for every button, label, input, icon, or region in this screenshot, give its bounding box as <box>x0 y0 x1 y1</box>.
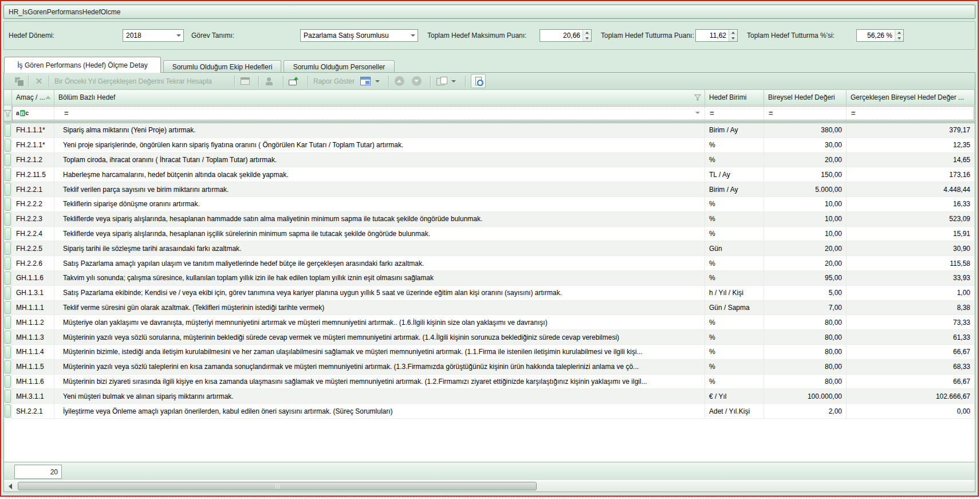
cell-bolum-bazli-hedef[interactable]: İyileştirme veya Önleme amaçlı yapılan ö… <box>54 404 705 419</box>
grid-row[interactable]: FH.2.2.2Tekliflerin siparişe dönüşme ora… <box>4 197 975 212</box>
cell-hedef-birimi[interactable]: % <box>705 345 764 360</box>
scrollbar-thumb[interactable] <box>18 482 537 490</box>
row-indicator[interactable] <box>4 241 12 256</box>
row-indicator[interactable] <box>4 345 12 360</box>
filter-cell-bolum-bazli-hedef[interactable]: = <box>54 105 705 121</box>
cell-amac-code[interactable]: FH.2.1.1* <box>12 138 54 153</box>
grid-row[interactable]: FH.2.1.1*Yeni proje siparişlerinde, öngö… <box>4 138 975 153</box>
cell-amac-code[interactable]: MH.1.1.5 <box>12 360 54 375</box>
person-schedule-icon[interactable] <box>263 75 275 88</box>
cell-bolum-bazli-hedef[interactable]: Müşterinin bizi ziyareti sırasında ilgil… <box>54 375 705 390</box>
tab-sorumlu-oldugum-personeller[interactable]: Sorumlu Olduğum Personeller <box>284 60 395 73</box>
grid-row[interactable]: FH.2.11.5Haberleşme harcamalarını, hedef… <box>4 167 975 182</box>
cell-gerceklesen-deger[interactable]: 523,09 <box>847 212 975 227</box>
copy-icon[interactable] <box>13 75 25 88</box>
cell-gerceklesen-deger[interactable]: 66,67 <box>847 375 975 390</box>
cell-bireysel-hedef-degeri[interactable]: 20,00 <box>764 241 847 256</box>
cell-hedef-birimi[interactable]: Birim / Ay <box>705 182 764 197</box>
cell-bireysel-hedef-degeri[interactable]: 80,00 <box>764 315 847 330</box>
grid-row[interactable]: FH.2.2.5Sipariş tarihi ile sözleşme tari… <box>4 241 975 256</box>
row-indicator[interactable] <box>4 182 12 197</box>
delete-icon[interactable]: ✕ <box>33 75 45 88</box>
grid-row[interactable]: FH.2.2.3Tekliflerde veya sipariş alışlar… <box>4 212 975 227</box>
cell-hedef-birimi[interactable]: % <box>705 330 764 345</box>
chevron-down-icon[interactable] <box>374 75 381 88</box>
row-indicator[interactable] <box>4 123 12 138</box>
cell-bolum-bazli-hedef[interactable]: Tekliflerde veya sipariş alışlarında, he… <box>54 227 705 242</box>
row-indicator[interactable] <box>4 256 12 271</box>
grid-row[interactable]: FH.2.1.2Toplam ciroda, ihracat oranını (… <box>4 153 975 168</box>
cell-gerceklesen-deger[interactable]: 66,67 <box>847 345 975 360</box>
cell-gerceklesen-deger[interactable]: 379,17 <box>847 123 975 138</box>
cell-bireysel-hedef-degeri[interactable]: 10,00 <box>764 197 847 212</box>
cell-amac-code[interactable]: FH.2.11.5 <box>12 167 54 182</box>
cell-bolum-bazli-hedef[interactable]: Sipariş tarihi ile sözleşme tarihi arasa… <box>54 241 705 256</box>
cell-amac-code[interactable]: FH.2.2.4 <box>12 227 54 242</box>
cell-hedef-birimi[interactable]: % <box>705 153 764 168</box>
horizontal-scrollbar[interactable] <box>4 481 975 492</box>
cell-bolum-bazli-hedef[interactable]: Tekliflerin siparişe dönüşme oranını art… <box>54 197 705 212</box>
column-header-gerceklesen-bireysel-hedef-deger[interactable]: Gerçekleşen Bireysel Hedef Değer ... <box>847 90 975 105</box>
cell-bireysel-hedef-degeri[interactable]: 30,00 <box>764 138 847 153</box>
cell-amac-code[interactable]: FH.2.2.2 <box>12 197 54 212</box>
chevron-down-icon[interactable] <box>695 112 700 114</box>
cell-bolum-bazli-hedef[interactable]: Satış Pazarlama amaçlı yapılan ulaşım ve… <box>54 256 705 271</box>
cell-bireysel-hedef-degeri[interactable]: 380,00 <box>764 123 847 138</box>
move-up-icon[interactable] <box>393 75 406 88</box>
row-indicator[interactable] <box>4 153 12 168</box>
column-header-amac[interactable]: Amaç / ... <box>12 90 54 105</box>
cell-amac-code[interactable]: MH.1.1.3 <box>12 330 54 345</box>
cell-bolum-bazli-hedef[interactable]: Takvim yılı sonunda; çalışma süresince, … <box>54 271 705 286</box>
export-folder-icon[interactable] <box>287 75 301 88</box>
filter-cell-hedef-birimi[interactable]: = <box>705 105 764 121</box>
cell-gerceklesen-deger[interactable]: 30,90 <box>847 241 975 256</box>
layout-windows-icon[interactable] <box>435 75 448 88</box>
print-preview-search-icon[interactable] <box>471 74 486 88</box>
cell-amac-code[interactable]: MH.1.1.2 <box>12 315 54 330</box>
row-indicator[interactable] <box>4 375 12 390</box>
cell-bolum-bazli-hedef[interactable]: Müşterinin yazılı veya sözlü sorularına,… <box>54 330 705 345</box>
cell-gerceklesen-deger[interactable]: 12,35 <box>847 138 975 153</box>
cell-hedef-birimi[interactable]: % <box>705 227 764 242</box>
cell-bolum-bazli-hedef[interactable]: Teklif verme süresini gün olarak azaltma… <box>54 301 705 316</box>
cell-bireysel-hedef-degeri[interactable]: 20,00 <box>764 256 847 271</box>
cell-hedef-birimi[interactable]: % <box>705 197 764 212</box>
cell-hedef-birimi[interactable]: % <box>705 271 764 286</box>
cell-hedef-birimi[interactable]: % <box>705 138 764 153</box>
grid-row[interactable]: MH.1.1.4 Müşterinin bizimle, istediği an… <box>4 345 975 360</box>
column-header-bireysel-hedef-degeri[interactable]: Bireysel Hedef Değeri <box>764 90 847 105</box>
row-indicator[interactable] <box>4 315 12 330</box>
scroll-left-arrow[interactable] <box>5 482 15 491</box>
cell-amac-code[interactable]: MH.1.1.1 <box>12 301 54 316</box>
cell-bireysel-hedef-degeri[interactable]: 100.000,00 <box>764 389 847 404</box>
tab-sorumlu-oldugum-ekip-hedefleri[interactable]: Sorumlu Olduğum Ekip Hedefleri <box>163 60 281 73</box>
cell-gerceklesen-deger[interactable]: 15,91 <box>847 227 975 242</box>
filter-cell-amac[interactable]: aBc <box>12 105 54 121</box>
cell-hedef-birimi[interactable]: € / Yıl <box>705 389 764 404</box>
cell-bolum-bazli-hedef[interactable]: Müşteriye olan yaklaşımı ve davranışta, … <box>54 315 705 330</box>
cell-hedef-birimi[interactable]: % <box>705 360 764 375</box>
row-indicator[interactable] <box>4 286 12 301</box>
filter-cell-bireysel-hedef-degeri[interactable]: = <box>764 105 847 121</box>
grid-row[interactable]: MH.3.1.1Yeni müşteri bulmak ve alınan si… <box>4 389 975 404</box>
cell-hedef-birimi[interactable]: Adet / Yıl.Kişi <box>705 404 764 419</box>
cell-amac-code[interactable]: FH.2.1.2 <box>12 153 54 168</box>
cell-hedef-birimi[interactable]: % <box>705 212 764 227</box>
cell-bireysel-hedef-degeri[interactable]: 10,00 <box>764 227 847 242</box>
filter-icon[interactable] <box>694 95 701 101</box>
cell-amac-code[interactable]: MH.1.1.4 <box>12 345 54 360</box>
gorev-tanimi-combo[interactable]: Pazarlama Satış Sorumlusu <box>300 29 418 42</box>
print-preview-icon[interactable] <box>359 75 372 88</box>
cell-hedef-birimi[interactable]: % <box>705 375 764 390</box>
row-indicator[interactable] <box>4 404 12 419</box>
chevron-down-icon[interactable] <box>174 30 183 41</box>
cell-amac-code[interactable]: GH.1.3.1 <box>12 286 54 301</box>
row-indicator[interactable] <box>4 271 12 286</box>
cell-gerceklesen-deger[interactable]: 73,33 <box>847 315 975 330</box>
cell-gerceklesen-deger[interactable]: 173,16 <box>847 167 975 182</box>
cell-bireysel-hedef-degeri[interactable]: 5.000,00 <box>764 182 847 197</box>
row-indicator[interactable] <box>4 138 12 153</box>
grid-row[interactable]: FH.2.2.4Tekliflerde veya sipariş alışlar… <box>4 227 975 242</box>
cell-bireysel-hedef-degeri[interactable]: 150,00 <box>764 167 847 182</box>
grid-row[interactable]: GH.1.3.1Satış Pazarlama ekibinde; Kendis… <box>4 286 975 301</box>
